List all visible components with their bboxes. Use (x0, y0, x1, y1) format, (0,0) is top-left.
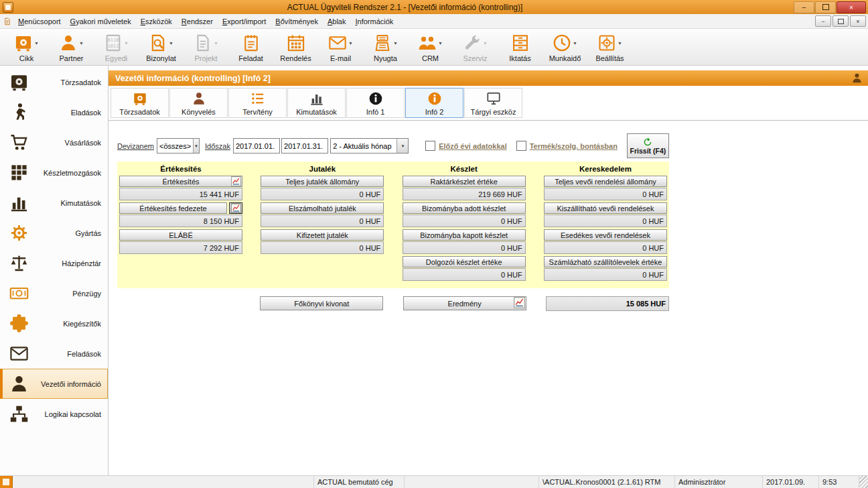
dropdown-arrow-icon[interactable]: ▼ (618, 41, 622, 46)
sidebar-item-kimutatasok[interactable]: Kimutatások (0, 188, 108, 218)
metric-button-label: Bizományba adott készlet (422, 204, 506, 212)
period-preset-select[interactable]: 2 - Aktuális hónap ▼ (330, 138, 409, 154)
metric-button-kifizetett-jutalek[interactable]: Kifizetett jutalék (261, 229, 384, 241)
tab-label: Terv/tény (242, 108, 273, 116)
menu-export-import[interactable]: Export/import (218, 16, 271, 27)
toolbar-item-bizonylat[interactable]: ▼Bizonylat (139, 29, 184, 65)
menu-informaciok[interactable]: Információk (350, 16, 398, 27)
tab-torzsadatok[interactable]: Törzsadatok (111, 88, 169, 118)
metric-button-raktarkeszlet-erteke[interactable]: Raktárkészlet értéke (403, 176, 526, 187)
metric-button-ertekesites-fedezete[interactable]: Értékesítés fedezete (119, 202, 227, 214)
minimize-button[interactable]: − (794, 1, 814, 13)
menubar: MenücsoportGyakori műveletekEszközökRend… (0, 14, 868, 29)
sidebar-item-penzugy[interactable]: Pénzügy (0, 278, 108, 308)
metric-value: 0 HUF (403, 215, 526, 227)
dropdown-arrow-icon[interactable]: ▼ (124, 41, 129, 46)
statusbar-logo-icon (0, 476, 13, 488)
menu-rendszer[interactable]: Rendszer (177, 16, 218, 27)
prev-year-checkbox-label[interactable]: Előző évi adatokkal (439, 142, 506, 150)
dropdown-arrow-icon[interactable]: ▼ (79, 41, 84, 46)
toolbar-item-feladat[interactable]: Feladat (228, 29, 273, 65)
toolbar-item-e-mail[interactable]: ▼E-mail (318, 29, 363, 65)
toolbar-item-partner[interactable]: ▼Partner (49, 29, 94, 65)
metric-button-kiszallithato-vevoi-rendelesek[interactable]: Kiszállítható vevői rendelések (544, 202, 667, 214)
toolbar-item-nyugta[interactable]: ▼Nyugta (363, 29, 408, 65)
metric-button-bizomanyba-kapott-keszlet[interactable]: Bizományba kapott készlet (403, 229, 526, 241)
sidebar-item-kiegeszitok[interactable]: Kiegészítők (0, 308, 108, 339)
toolbar-item-crm[interactable]: ▼CRM (408, 29, 453, 65)
menu-menucsoport[interactable]: Menücsoport (13, 16, 66, 27)
tab-info-2[interactable]: Infó 2 (405, 88, 463, 118)
archive-icon (511, 34, 530, 52)
chart-button[interactable] (229, 202, 242, 214)
dropdown-arrow-icon[interactable]: ▼ (214, 41, 218, 46)
metric-button-esedekes-vevoi-rendelesek[interactable]: Esedékes vevői rendelések (544, 229, 667, 241)
metric-button-label: Bizományba kapott készlet (420, 231, 508, 239)
toolbar-item-label: Beállítás (595, 54, 624, 62)
metric-value: 0 HUF (261, 241, 384, 254)
currency-select[interactable]: <összes> ▼ (157, 138, 200, 154)
toolbar-item-munkaido[interactable]: ▼Munkaidő (542, 29, 587, 65)
dropdown-arrow-icon[interactable]: ▼ (393, 41, 398, 46)
tab-terv-teny[interactable]: Terv/tény (228, 88, 287, 118)
sidebar-item-vezetoi-informacio[interactable]: Vezetői információ (0, 369, 108, 399)
chart-icon[interactable] (514, 297, 525, 308)
metric-button-teljes-jutalek-allomany[interactable]: Teljes jutalék állomány (261, 176, 384, 187)
monitor-icon (486, 91, 501, 106)
toolbar-item-rendeles[interactable]: Rendelés (273, 29, 318, 65)
breakdown-checkbox[interactable] (516, 141, 526, 151)
metric-button-bizomanyba-adott-keszlet[interactable]: Bizományba adott készlet (403, 202, 526, 214)
chart-icon[interactable] (231, 176, 241, 186)
refresh-button[interactable]: Frissít (F4) (627, 133, 669, 158)
toolbar-item-cikk[interactable]: ▼Cikk (4, 29, 49, 65)
prev-year-checkbox[interactable] (425, 141, 435, 151)
sidebar-item-vasarlasok[interactable]: Vásárlások (0, 127, 108, 158)
menu-gyakori-muveletek[interactable]: Gyakori műveletek (66, 16, 136, 27)
toolbar-item-label: Egyedi (105, 54, 128, 62)
dropdown-arrow-icon[interactable]: ▼ (348, 41, 353, 46)
dropdown-arrow-icon[interactable]: ▼ (169, 41, 173, 46)
tab-targyi-eszkoz[interactable]: Tárgyi eszköz (464, 88, 522, 118)
sidebar-item-eladasok[interactable]: Eladások (0, 97, 108, 127)
metric-button-ertekesites[interactable]: Értékesítés (119, 176, 242, 187)
sidebar-item-gyartas[interactable]: Gyártás (0, 218, 108, 248)
mdi-close-button[interactable]: × (850, 15, 866, 27)
metric-button-szamlazhato-szallitolevelek-erteke[interactable]: Számlázható szállítólevelek értéke (544, 256, 667, 267)
ledger-button[interactable]: Főkönyvi kivonat (260, 296, 383, 310)
dropdown-arrow-icon[interactable]: ▼ (573, 41, 577, 46)
dropdown-arrow-icon[interactable]: ▼ (34, 41, 39, 46)
breakdown-checkbox-label[interactable]: Termék/szolg. bontásban (530, 142, 618, 150)
mdi-minimize-button[interactable]: − (815, 15, 831, 27)
metric-button-dolgozoi-keszlet-erteke[interactable]: Dolgozói készlet értéke (403, 256, 526, 267)
sidebar-item-keszletmozgasok[interactable]: Készletmozgások (0, 158, 108, 188)
close-button[interactable]: × (837, 1, 866, 13)
metric-button-elabe[interactable]: ELÁBÉ (119, 229, 242, 241)
menu-ablak[interactable]: Ablak (323, 16, 351, 27)
tab-konyveles[interactable]: Könyvelés (169, 88, 228, 118)
date-from-input[interactable]: 2017.01.01. (233, 138, 280, 154)
metric-button-elszamolhato-jutalek[interactable]: Elszámolható jutalék (261, 202, 384, 214)
chevron-down-icon[interactable]: ▼ (193, 139, 199, 153)
metric-button-label: Számlázható szállítólevelek értéke (549, 258, 662, 266)
metric-column-ertekesites: ÉrtékesítésÉrtékesítés15 441 HUFÉrtékesí… (119, 164, 242, 283)
chevron-down-icon[interactable]: ▼ (396, 139, 408, 153)
sidebar-item-feladasok[interactable]: Feladások (0, 339, 108, 369)
metric-button-teljes-vevoi-rendelesi-allomany[interactable]: Teljes vevői rendelési állomány (544, 176, 667, 187)
person-walk-icon (9, 103, 29, 122)
dropdown-arrow-icon[interactable]: ▼ (438, 41, 443, 46)
tab-info-1[interactable]: Infó 1 (346, 88, 405, 118)
menu-bovitmenyek[interactable]: Bővítmények (271, 16, 323, 27)
menu-eszkozok[interactable]: Eszközök (136, 16, 177, 27)
result-button[interactable]: Eredmény (403, 296, 526, 310)
toolbar-item-iktatas[interactable]: Iktatás (498, 29, 542, 65)
toolbar-item-beallitas[interactable]: ▼Beállítás (587, 29, 632, 65)
resize-grip[interactable] (859, 476, 868, 488)
sidebar-item-logikai-kapcsolat[interactable]: Logikai kapcsolat (0, 399, 108, 429)
maximize-button[interactable] (815, 1, 836, 13)
dropdown-arrow-icon[interactable]: ▼ (483, 41, 488, 46)
date-to-input[interactable]: 2017.01.31. (281, 138, 328, 154)
sidebar-item-hazipenztar[interactable]: Házipénztár (0, 248, 108, 278)
tab-kimutatasok[interactable]: Kimutatások (287, 88, 346, 118)
mdi-restore-button[interactable] (833, 15, 849, 27)
sidebar-item-torzsadatok[interactable]: Törzsadatok (0, 67, 108, 97)
